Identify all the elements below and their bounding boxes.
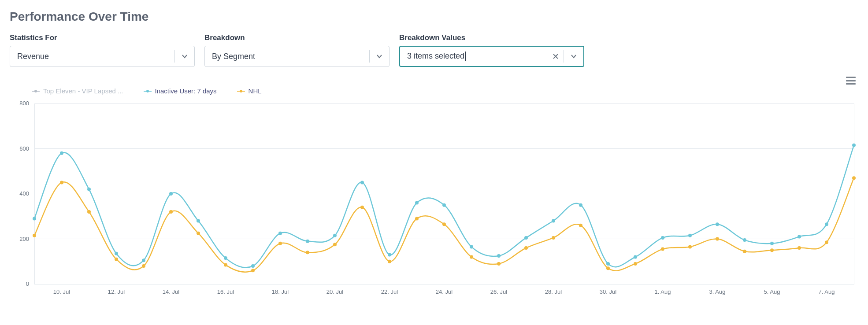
svg-point-93 <box>798 246 801 250</box>
svg-point-81 <box>470 255 473 259</box>
legend-item-top-eleven[interactable]: Top Eleven - VIP Lapsed ... <box>32 87 123 95</box>
svg-point-40 <box>197 219 200 223</box>
svg-point-92 <box>770 248 774 252</box>
chevron-down-icon[interactable] <box>175 53 194 59</box>
svg-point-39 <box>169 192 173 196</box>
statistics-for-select[interactable]: Revenue <box>10 46 195 67</box>
svg-point-42 <box>251 264 255 268</box>
performance-chart: 020040060080010. Jul12. Jul14. Jul16. Ju… <box>10 95 858 302</box>
svg-point-50 <box>470 245 473 248</box>
legend-item-inactive[interactable]: Inactive User: 7 days <box>144 87 217 95</box>
svg-point-74 <box>278 242 282 245</box>
svg-text:600: 600 <box>19 145 29 152</box>
breakdown-value: By Segment <box>205 52 369 61</box>
svg-point-90 <box>716 237 719 241</box>
svg-point-37 <box>115 252 118 255</box>
statistics-for-label: Statistics For <box>10 33 195 42</box>
svg-point-84 <box>552 236 555 240</box>
legend-label: Top Eleven - VIP Lapsed ... <box>43 87 123 95</box>
svg-point-56 <box>634 255 637 259</box>
breakdown-values-select[interactable]: 3 items selected <box>399 46 584 67</box>
svg-point-66 <box>60 181 63 184</box>
svg-point-76 <box>333 243 337 246</box>
controls-row: Statistics For Revenue Breakdown By Segm… <box>10 33 858 67</box>
series-line <box>33 176 856 272</box>
svg-point-49 <box>442 203 446 207</box>
svg-text:1. Aug: 1. Aug <box>655 288 671 295</box>
svg-point-79 <box>415 217 419 220</box>
svg-point-80 <box>442 222 446 226</box>
chevron-down-icon[interactable] <box>370 53 389 59</box>
svg-point-62 <box>798 235 801 238</box>
breakdown-values-label: Breakdown Values <box>399 33 584 42</box>
svg-point-54 <box>579 203 582 207</box>
statistics-for-value: Revenue <box>10 52 174 61</box>
chart-menu-icon[interactable] <box>846 77 856 85</box>
svg-point-73 <box>251 269 255 272</box>
svg-point-46 <box>360 181 364 184</box>
breakdown-values-control: Breakdown Values 3 items selected <box>399 33 584 67</box>
svg-point-38 <box>142 259 145 262</box>
svg-point-64 <box>852 144 856 147</box>
legend-item-nhl[interactable]: NHL <box>237 87 262 95</box>
chart-legend: Top Eleven - VIP Lapsed ... Inactive Use… <box>10 87 858 95</box>
svg-point-82 <box>497 262 501 266</box>
svg-point-5 <box>146 90 149 92</box>
svg-text:7. Aug: 7. Aug <box>819 288 835 295</box>
svg-point-43 <box>278 232 282 235</box>
svg-text:200: 200 <box>19 236 29 242</box>
svg-point-72 <box>224 263 227 266</box>
svg-text:22. Jul: 22. Jul <box>381 288 398 295</box>
svg-point-88 <box>661 247 664 251</box>
svg-point-35 <box>60 151 63 155</box>
legend-swatch-yellow <box>237 89 245 94</box>
svg-text:5. Aug: 5. Aug <box>764 288 780 295</box>
svg-point-55 <box>606 262 610 266</box>
svg-point-67 <box>87 210 91 214</box>
svg-text:14. Jul: 14. Jul <box>163 288 179 295</box>
legend-label: NHL <box>249 87 262 95</box>
svg-text:20. Jul: 20. Jul <box>326 288 343 295</box>
svg-point-57 <box>661 236 664 240</box>
legend-swatch-blue <box>144 89 152 94</box>
svg-point-45 <box>333 234 337 237</box>
svg-text:3. Aug: 3. Aug <box>709 288 726 295</box>
svg-point-91 <box>743 250 746 253</box>
svg-point-83 <box>524 246 528 250</box>
svg-point-3 <box>34 90 37 92</box>
svg-point-86 <box>606 266 610 270</box>
chart-area: Top Eleven - VIP Lapsed ... Inactive Use… <box>10 87 858 302</box>
svg-point-65 <box>33 234 36 237</box>
text-cursor <box>465 52 466 61</box>
svg-point-47 <box>388 253 391 256</box>
svg-point-59 <box>716 222 719 226</box>
svg-text:18. Jul: 18. Jul <box>272 288 289 295</box>
svg-text:800: 800 <box>19 100 29 107</box>
chevron-down-icon[interactable] <box>564 53 583 59</box>
breakdown-values-value: 3 items selected <box>400 52 548 61</box>
svg-point-68 <box>115 258 118 261</box>
svg-text:400: 400 <box>19 190 29 197</box>
breakdown-select[interactable]: By Segment <box>204 46 389 67</box>
svg-point-69 <box>142 264 145 268</box>
breakdown-label: Breakdown <box>204 33 389 42</box>
svg-point-48 <box>415 201 419 205</box>
svg-text:10. Jul: 10. Jul <box>53 288 70 295</box>
svg-point-95 <box>852 176 856 180</box>
svg-point-60 <box>743 238 746 242</box>
svg-point-71 <box>197 232 200 235</box>
breakdown-control: Breakdown By Segment <box>204 33 389 67</box>
svg-point-94 <box>825 240 828 244</box>
series-line <box>33 144 856 268</box>
svg-point-58 <box>688 234 692 237</box>
svg-text:12. Jul: 12. Jul <box>108 288 125 295</box>
svg-point-87 <box>634 262 637 266</box>
svg-point-7 <box>240 90 242 92</box>
svg-point-36 <box>87 188 91 191</box>
svg-text:24. Jul: 24. Jul <box>436 288 453 295</box>
svg-point-44 <box>306 240 309 243</box>
clear-icon[interactable] <box>548 53 564 59</box>
svg-point-70 <box>169 210 173 214</box>
svg-point-61 <box>770 242 774 245</box>
svg-point-85 <box>579 224 582 227</box>
